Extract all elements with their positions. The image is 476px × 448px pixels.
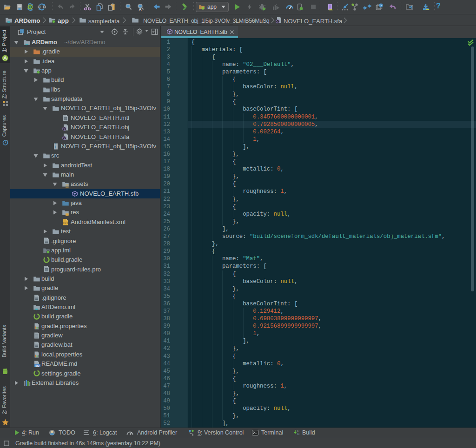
- svg-text:A: A: [139, 7, 141, 12]
- svg-text:</>: </>: [63, 221, 69, 225]
- svg-text:10: 10: [297, 433, 299, 436]
- svg-text:MD: MD: [35, 364, 40, 367]
